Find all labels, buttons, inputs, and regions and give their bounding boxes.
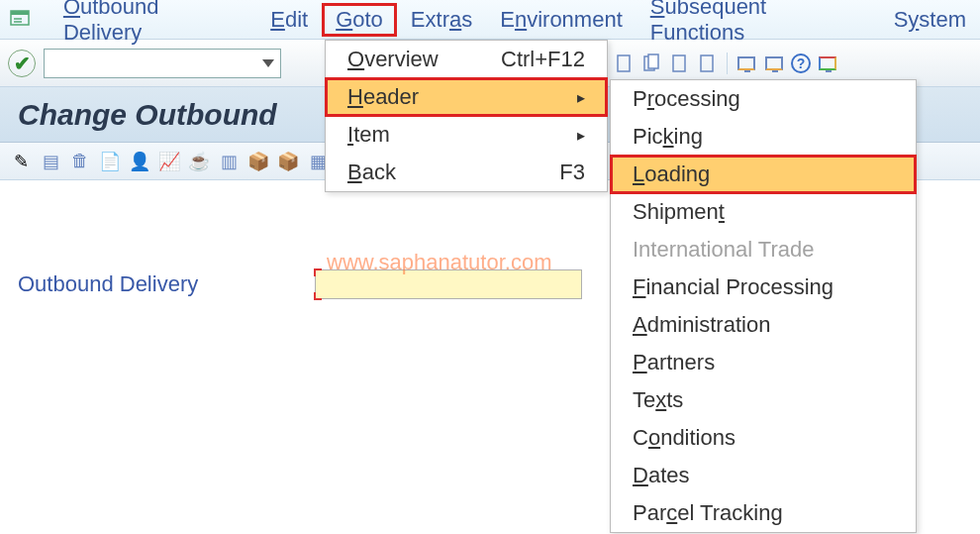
outbound-delivery-label: Outbound Delivery <box>18 271 315 297</box>
header-dates[interactable]: Dates <box>611 457 916 494</box>
page-next-icon[interactable] <box>697 53 719 74</box>
header-submenu: Processing Picking Loading Shipment Inte… <box>610 79 917 533</box>
page-prev-icon[interactable] <box>669 53 691 74</box>
menu-outbound-delivery[interactable]: OOutbound Deliveryutbound Delivery <box>49 0 256 50</box>
box-icon[interactable]: 📦 <box>247 151 269 172</box>
header-picking[interactable]: Picking <box>611 118 916 156</box>
customize-icon[interactable] <box>817 53 838 74</box>
header-parcel-tracking[interactable]: Parcel Tracking <box>611 494 916 532</box>
doc-icon[interactable]: ▤ <box>40 151 61 172</box>
toolbar-right-icons: ? <box>614 53 838 74</box>
edit-icon[interactable]: ✎ <box>10 151 32 172</box>
dropdown-icon <box>262 59 274 67</box>
menu-system[interactable]: System <box>880 3 980 37</box>
layout-icon[interactable] <box>735 53 757 74</box>
header-administration[interactable]: Administration <box>611 306 916 344</box>
svg-rect-4 <box>648 54 658 68</box>
header-financial-processing[interactable]: Financial Processing <box>611 268 916 306</box>
svg-rect-5 <box>673 55 685 71</box>
svg-rect-2 <box>618 55 630 71</box>
mountain-icon[interactable]: 📈 <box>158 151 180 172</box>
sheet-icon[interactable]: ▥ <box>218 151 240 172</box>
app-menu-icon[interactable] <box>8 8 32 32</box>
user-icon[interactable]: 👤 <box>129 151 150 172</box>
header-partners[interactable]: Partners <box>611 344 916 381</box>
page-title: Change Outbound <box>18 98 277 132</box>
header-loading[interactable]: Loading <box>611 156 916 193</box>
svg-rect-1 <box>11 11 29 15</box>
goto-item[interactable]: Item ▸ <box>326 116 607 154</box>
submenu-arrow-icon: ▸ <box>577 126 585 145</box>
svg-rect-6 <box>701 55 713 71</box>
page-copy-icon[interactable] <box>641 53 663 74</box>
header-conditions[interactable]: Conditions <box>611 419 916 457</box>
box2-icon[interactable]: 📦 <box>277 151 299 172</box>
trash-icon[interactable]: 🗑 <box>69 151 91 172</box>
goto-back[interactable]: Back F3 <box>326 154 607 191</box>
copy-icon[interactable]: 📄 <box>99 151 121 172</box>
page-new-icon[interactable] <box>614 53 636 74</box>
command-field[interactable] <box>44 49 281 78</box>
menu-edit[interactable]: Edit <box>256 3 322 37</box>
menubar: OOutbound Deliveryutbound Delivery Edit … <box>0 0 980 40</box>
menu-extras[interactable]: Extras <box>397 3 486 37</box>
cup-icon[interactable]: ☕ <box>188 151 210 172</box>
goto-dropdown: Overview Ctrl+F12 Header ▸ Item ▸ Back F… <box>325 40 608 192</box>
menu-subsequent-functions[interactable]: Subsequent Functions <box>637 0 880 50</box>
enter-icon[interactable]: ✔ <box>8 50 36 77</box>
goto-overview[interactable]: Overview Ctrl+F12 <box>326 41 607 78</box>
separator-icon <box>727 53 728 74</box>
help-icon[interactable]: ? <box>791 53 811 73</box>
outbound-delivery-input[interactable] <box>315 269 582 299</box>
header-processing[interactable]: Processing <box>611 80 916 118</box>
goto-header[interactable]: Header ▸ <box>326 78 607 116</box>
header-international-trade: International Trade <box>611 231 916 268</box>
menu-goto[interactable]: Goto <box>322 3 397 37</box>
menu-environment[interactable]: Environment <box>486 3 637 37</box>
session-icon[interactable] <box>763 53 785 74</box>
header-shipment[interactable]: Shipment <box>611 193 916 231</box>
submenu-arrow-icon: ▸ <box>577 88 585 107</box>
header-texts[interactable]: Texts <box>611 381 916 419</box>
